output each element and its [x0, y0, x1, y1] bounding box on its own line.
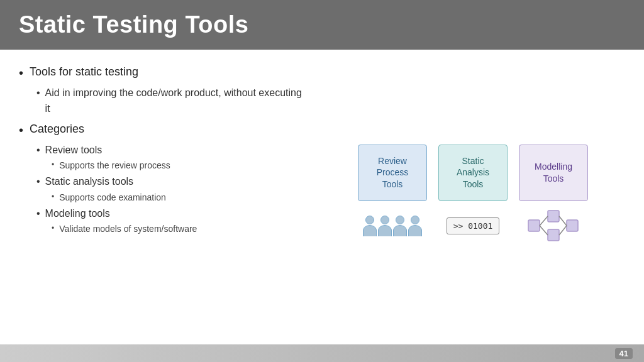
people-icon [363, 216, 422, 236]
svg-rect-0 [528, 220, 540, 231]
binary-code-icon: >> 01001 [447, 217, 500, 234]
bullet-dot: • [36, 143, 40, 158]
list-item: • Aid in improving the code/work product… [36, 85, 308, 117]
static-analysis-tools-box: StaticAnalysisTools [438, 145, 508, 201]
slide-content: • Tools for static testing • Aid in impr… [0, 50, 644, 344]
list-item: • Categories [19, 121, 308, 140]
modelling-box-label: ModellingTools [535, 161, 572, 184]
static-icon-area: >> 01001 [438, 207, 508, 245]
bullet-text: Review tools [45, 143, 103, 158]
model-graph-icon [525, 209, 582, 243]
list-item: • Static analysis tools [36, 174, 308, 190]
modelling-tools-box: ModellingTools [519, 145, 588, 201]
list-item: • Validate models of system/software [52, 222, 308, 236]
person-head [396, 216, 404, 224]
person-body [378, 225, 392, 236]
bullet-list: • Tools for static testing • Aid in impr… [19, 63, 308, 338]
person-head [365, 216, 374, 224]
svg-line-6 [559, 216, 567, 226]
slide-number: 41 [615, 348, 633, 359]
bullet-text: Tools for static testing [30, 63, 138, 81]
bullet-dot: • [19, 121, 23, 140]
bullet-text: Aid in improving the code/work product, … [45, 85, 308, 117]
person-icon [408, 216, 422, 236]
slide: Static Testing Tools • Tools for static … [0, 0, 644, 362]
bullet-text: Modeling tools [45, 206, 110, 222]
slide-title: Static Testing Tools [19, 11, 248, 38]
svg-line-4 [540, 216, 548, 226]
bullet-text: Categories [30, 121, 84, 138]
person-body [393, 225, 407, 236]
person-body [363, 225, 377, 236]
bullet-text: Supports code examination [59, 191, 166, 205]
person-icon [363, 216, 377, 236]
review-icon-area [358, 207, 427, 245]
slide-footer: 41 [0, 344, 644, 362]
review-box-label: ReviewProcessTools [377, 155, 409, 190]
person-body [408, 225, 422, 236]
review-process-tools-box: ReviewProcessTools [358, 145, 427, 201]
tools-diagram: ReviewProcessTools StaticAnalysisTools M… [358, 145, 588, 245]
list-item: • Supports code examination [52, 191, 308, 205]
slide-header: Static Testing Tools [0, 0, 644, 50]
diagram-area: ReviewProcessTools StaticAnalysisTools M… [321, 63, 625, 338]
bullet-dot: • [36, 85, 40, 101]
bullet-dot: • [52, 159, 54, 171]
bullet-dot: • [36, 206, 40, 222]
icons-row: >> 01001 [358, 207, 588, 245]
bullet-dot: • [36, 174, 40, 190]
boxes-row: ReviewProcessTools StaticAnalysisTools M… [358, 145, 588, 201]
list-item: • Modeling tools [36, 206, 308, 222]
svg-rect-3 [567, 220, 578, 231]
bullet-text: Static analysis tools [45, 174, 134, 190]
list-item: • Review tools [36, 143, 308, 158]
svg-rect-2 [548, 229, 559, 241]
person-head [411, 216, 419, 224]
static-box-label: StaticAnalysisTools [457, 155, 489, 190]
bullet-text: Supports the review process [59, 159, 170, 173]
list-item: • Tools for static testing [19, 63, 308, 83]
person-head [380, 216, 389, 224]
bullet-dot: • [52, 222, 54, 234]
bullet-dot: • [19, 63, 23, 83]
bullet-dot: • [52, 191, 54, 203]
svg-line-5 [540, 226, 548, 235]
person-icon [393, 216, 407, 236]
person-icon [378, 216, 392, 236]
list-item: • Supports the review process [52, 159, 308, 173]
svg-rect-1 [548, 211, 559, 222]
bullet-text: Validate models of system/software [59, 222, 197, 236]
modelling-icon-area [519, 207, 588, 245]
svg-line-7 [559, 226, 567, 235]
